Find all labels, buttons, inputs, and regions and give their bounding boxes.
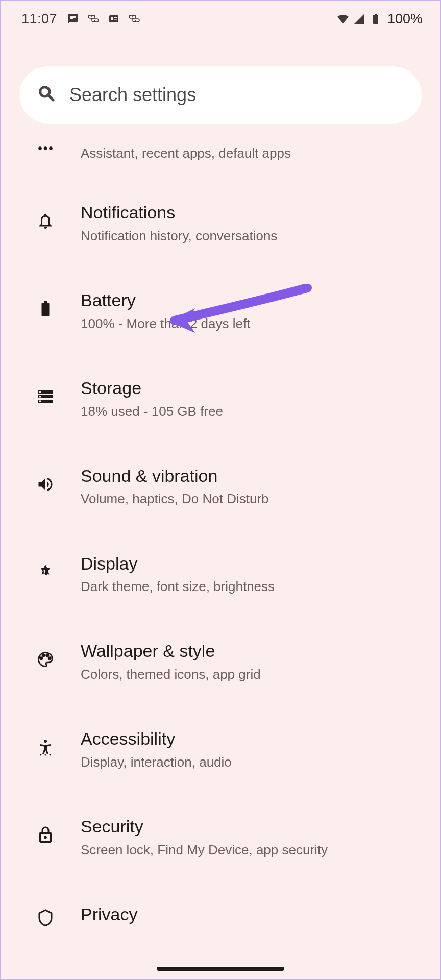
svg-rect-0 — [109, 15, 118, 22]
svg-point-9 — [46, 654, 48, 656]
item-title: Security — [81, 816, 420, 837]
clock: 11:07 — [21, 11, 57, 27]
svg-rect-3 — [114, 19, 117, 20]
lock-icon — [35, 824, 56, 846]
svg-point-8 — [42, 654, 44, 656]
message-icon — [66, 12, 80, 26]
item-title: Privacy — [81, 904, 420, 925]
search-bar[interactable]: Search settings — [19, 66, 422, 124]
settings-item-wallpaper[interactable]: Wallpaper & style Colors, themed icons, … — [1, 618, 440, 706]
pinwheel-icon-2 — [128, 12, 141, 26]
palette-icon — [35, 649, 56, 670]
signal-icon — [353, 12, 366, 26]
settings-list[interactable]: Assistant, recent apps, default apps Not… — [1, 124, 440, 931]
settings-item-sound[interactable]: Sound & vibration Volume, haptics, Do No… — [1, 443, 440, 531]
item-subtitle: Screen lock, Find My Device, app securit… — [81, 841, 420, 859]
svg-rect-1 — [111, 17, 113, 20]
battery-status-icon — [369, 12, 382, 26]
dots-icon — [35, 143, 56, 164]
item-text: Security Screen lock, Find My Device, ap… — [81, 816, 420, 859]
item-text: Wallpaper & style Colors, themed icons, … — [81, 641, 420, 683]
item-text: Accessibility Display, interaction, audi… — [81, 728, 420, 771]
item-subtitle: Notification history, conversations — [81, 227, 420, 245]
item-text: Assistant, recent apps, default apps — [81, 144, 420, 162]
privacy-icon — [35, 907, 56, 928]
item-title: Storage — [81, 378, 420, 399]
svg-point-7 — [40, 657, 42, 659]
item-subtitle: Dark theme, font size, brightness — [81, 578, 420, 596]
svg-point-10 — [48, 657, 51, 659]
item-subtitle: Colors, themed icons, app grid — [81, 666, 420, 683]
bell-icon — [35, 210, 56, 232]
item-title: Wallpaper & style — [81, 641, 420, 662]
gesture-bar[interactable] — [157, 967, 284, 971]
item-subtitle: Display, interaction, audio — [81, 753, 420, 771]
settings-item-apps-partial[interactable]: Assistant, recent apps, default apps — [1, 134, 440, 180]
svg-point-6 — [49, 146, 53, 150]
svg-point-4 — [38, 146, 42, 150]
item-title: Display — [81, 553, 420, 574]
item-subtitle: 18% used - 105 GB free — [81, 403, 420, 421]
status-icons-left — [66, 12, 141, 26]
svg-rect-2 — [114, 17, 117, 18]
accessibility-icon — [35, 737, 56, 758]
status-bar: 11:07 100% — [1, 1, 440, 37]
battery-percent: 100% — [387, 11, 423, 27]
settings-item-display[interactable]: Display Dark theme, font size, brightnes… — [1, 531, 440, 619]
battery-icon — [35, 298, 56, 320]
settings-item-accessibility[interactable]: Accessibility Display, interaction, audi… — [1, 706, 440, 794]
item-title: Notifications — [81, 202, 420, 223]
item-title: Accessibility — [81, 728, 420, 749]
news-icon — [107, 12, 120, 26]
item-subtitle: Assistant, recent apps, default apps — [81, 144, 420, 162]
settings-item-notifications[interactable]: Notifications Notification history, conv… — [1, 180, 440, 267]
svg-point-5 — [44, 146, 47, 150]
item-text: Notifications Notification history, conv… — [81, 202, 420, 245]
item-subtitle: Volume, haptics, Do Not Disturb — [81, 490, 420, 508]
settings-item-battery[interactable]: Battery 100% - More than 2 days left — [1, 267, 440, 355]
item-text: Storage 18% used - 105 GB free — [81, 378, 420, 421]
settings-item-security[interactable]: Security Screen lock, Find My Device, ap… — [1, 794, 440, 881]
pinwheel-icon — [87, 12, 100, 26]
item-text: Privacy — [81, 904, 420, 929]
settings-item-privacy[interactable]: Privacy — [1, 881, 440, 931]
search-placeholder: Search settings — [69, 84, 196, 106]
search-icon — [37, 84, 57, 106]
status-left: 11:07 — [21, 11, 141, 27]
item-text: Battery 100% - More than 2 days left — [81, 290, 420, 333]
item-title: Sound & vibration — [81, 465, 420, 486]
status-right: 100% — [336, 11, 423, 27]
display-icon — [35, 561, 56, 583]
sound-icon — [35, 474, 56, 495]
svg-point-14 — [50, 754, 51, 756]
item-text: Display Dark theme, font size, brightnes… — [81, 553, 420, 596]
item-subtitle: 100% - More than 2 days left — [81, 315, 420, 333]
item-text: Sound & vibration Volume, haptics, Do No… — [81, 465, 420, 508]
wifi-icon — [336, 12, 350, 26]
svg-point-11 — [44, 740, 47, 743]
storage-icon — [35, 386, 56, 407]
svg-point-13 — [45, 754, 46, 756]
svg-point-12 — [40, 754, 42, 756]
settings-item-storage[interactable]: Storage 18% used - 105 GB free — [1, 355, 440, 443]
item-title: Battery — [81, 290, 420, 311]
